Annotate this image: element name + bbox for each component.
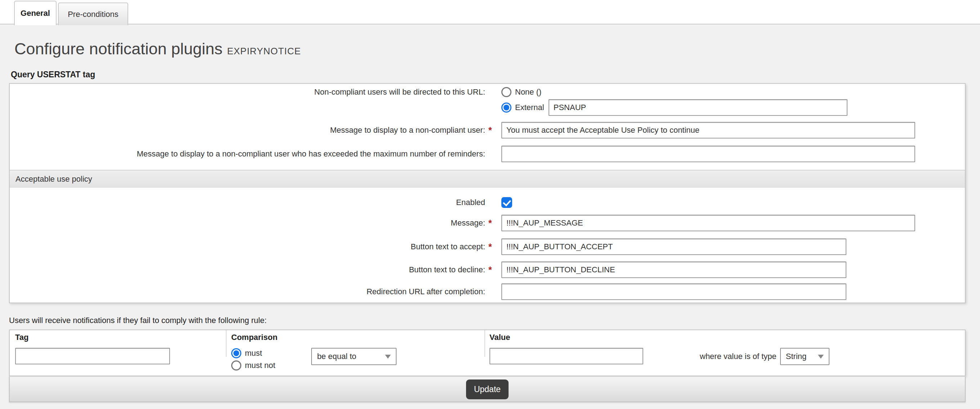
general-settings-panel: Non-compliant users will be directed to … [9, 83, 966, 303]
reminder-message-label: Message to display to a non-compliant us… [10, 149, 485, 159]
radio-must-icon[interactable] [231, 348, 241, 358]
value-column-header: Value [490, 333, 965, 344]
decline-button-text-input[interactable] [501, 262, 846, 278]
rule-col-value: Value where value is of type String [484, 330, 965, 376]
required-asterisk: * [485, 265, 501, 275]
form-row-redirect-url: Non-compliant users will be directed to … [10, 87, 965, 116]
comparison-column-header: Comparison [231, 333, 484, 344]
radio-option-must-not[interactable]: must not [231, 360, 275, 371]
rule-intro: Users will receive notifications if they… [9, 316, 267, 325]
tab-general-label: General [21, 9, 50, 18]
redirect-url-label: Non-compliant users will be directed to … [10, 87, 485, 97]
tab-general[interactable]: General [14, 1, 57, 25]
value-type-select-value: String [786, 352, 807, 361]
radio-must-not-label: must not [245, 361, 275, 370]
redirection-url-label: Redirection URL after completion: [10, 286, 485, 297]
external-url-input[interactable] [549, 99, 848, 116]
enabled-checkbox[interactable] [501, 197, 512, 208]
decline-button-text-label: Button text to decline: [10, 265, 485, 275]
radio-none-label: None () [515, 87, 541, 97]
tab-bar: General Pre-conditions [0, 0, 980, 24]
accept-button-text-input[interactable] [501, 238, 846, 255]
value-type-label: where value is of type [700, 348, 776, 365]
section-heading-aup: Acceptable use policy [10, 170, 965, 188]
aup-message-input[interactable] [501, 215, 915, 231]
aup-message-label: Message: [10, 218, 485, 228]
chevron-down-icon [818, 355, 824, 359]
section-heading-query-userstat: Query USERSTAT tag [11, 70, 95, 79]
form-row-redirection-url: Redirection URL after completion: [10, 284, 965, 300]
radio-external-icon[interactable] [501, 103, 511, 113]
form-row-accept-button-text: Button text to accept: * [10, 238, 965, 255]
radio-must-label: must [245, 349, 262, 358]
radio-option-none[interactable]: None () [501, 87, 541, 97]
form-row-aup-message: Message: * [10, 215, 965, 231]
chevron-down-icon [385, 355, 391, 359]
form-row-noncompliant-message: Message to display to a non-compliant us… [10, 122, 965, 138]
accept-button-text-label: Button text to accept: [10, 241, 485, 252]
value-type-select[interactable]: String [780, 348, 829, 365]
plugin-name: EXPIRYNOTICE [227, 46, 301, 57]
page-title: Configure notification plugins EXPIRYNOT… [14, 40, 301, 58]
tag-input[interactable] [15, 348, 170, 365]
rule-panel: Tag Comparison must must not be equal [9, 330, 966, 376]
radio-external-label: External [515, 103, 544, 112]
radio-option-external[interactable]: External [501, 99, 848, 116]
column-divider [226, 330, 226, 357]
comparison-radio-group: must must not [231, 348, 275, 371]
required-asterisk: * [485, 218, 501, 228]
operator-select-value: be equal to [317, 352, 356, 361]
form-footer: Update [9, 376, 966, 402]
enabled-label: Enabled [10, 197, 485, 208]
noncompliant-message-label: Message to display to a non-compliant us… [10, 125, 485, 136]
update-button[interactable]: Update [466, 379, 509, 399]
form-row-decline-button-text: Button text to decline: * [10, 262, 965, 278]
rule-col-comparison: Comparison must must not be equal to [226, 330, 484, 376]
column-divider [484, 330, 485, 357]
reminder-message-input[interactable] [501, 146, 915, 162]
required-asterisk: * [485, 125, 501, 136]
redirection-url-input[interactable] [501, 284, 846, 300]
form-row-reminder-message: Message to display to a non-compliant us… [10, 146, 965, 162]
required-asterisk: * [485, 241, 501, 252]
aup-heading-label: Acceptable use policy [16, 174, 92, 184]
radio-none-icon[interactable] [501, 87, 511, 97]
radio-option-must[interactable]: must [231, 348, 275, 359]
page-title-text: Configure notification plugins [14, 40, 223, 58]
tab-preconditions-label: Pre-conditions [68, 10, 118, 19]
rule-col-tag: Tag [10, 330, 226, 376]
operator-select[interactable]: be equal to [311, 348, 396, 365]
tab-preconditions[interactable]: Pre-conditions [58, 3, 128, 25]
radio-must-not-icon[interactable] [231, 360, 241, 371]
tag-column-header: Tag [15, 333, 226, 344]
noncompliant-message-input[interactable] [501, 122, 915, 138]
value-input[interactable] [490, 348, 643, 365]
form-row-enabled: Enabled [10, 197, 965, 208]
